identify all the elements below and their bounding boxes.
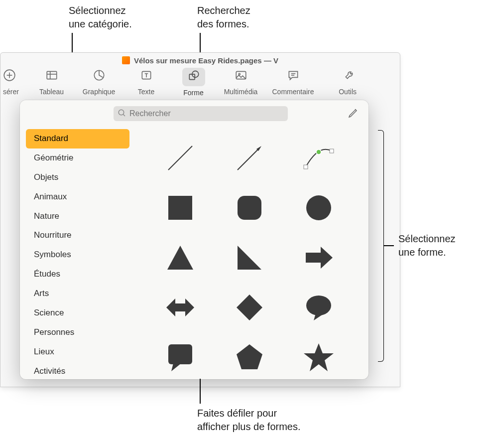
svg-rect-3 <box>47 71 57 79</box>
toolbar-text[interactable]: Texte <box>122 69 170 96</box>
sidebar-item-label: Standard <box>34 134 68 143</box>
toolbar-shape[interactable]: Forme <box>170 68 217 97</box>
toolbar-tools[interactable]: Outils <box>322 69 357 96</box>
sidebar-item-label: Arts <box>34 289 49 298</box>
sidebar-item-label: Lieux <box>34 347 54 356</box>
shape-diamond[interactable] <box>215 283 284 332</box>
shape-arrow-leftright[interactable] <box>145 283 215 332</box>
comment-icon <box>287 69 300 85</box>
callout-select-shape: Sélectionnez une forme. <box>398 232 456 259</box>
sidebar-item-animals[interactable]: Animaux <box>26 187 129 207</box>
sidebar-item-activities[interactable]: Activités <box>26 362 129 379</box>
shape-callout-square[interactable] <box>145 332 215 379</box>
sidebar-item-label: Géométrie <box>34 153 73 162</box>
toolbar-label: sérer <box>3 88 19 96</box>
shape-right-triangle[interactable] <box>215 233 284 283</box>
wrench-icon <box>344 69 357 85</box>
shape-circle[interactable] <box>284 183 354 233</box>
shapes-popover: Standard Géométrie Objets Animaux Nature… <box>20 100 368 379</box>
chart-icon <box>93 69 106 85</box>
svg-rect-22 <box>168 196 192 220</box>
sidebar-item-label: Nourriture <box>34 230 72 240</box>
search-icon <box>118 109 126 120</box>
titlebar: Vélos sur mesure Easy Rides.pages — V <box>0 53 400 65</box>
callout-scroll-more: Faites défiler pour afficher plus de for… <box>197 407 301 434</box>
toolbar-label: Tableau <box>39 88 64 96</box>
media-icon <box>235 69 247 85</box>
toolbar-label: Outils <box>339 88 357 96</box>
svg-marker-35 <box>304 343 334 371</box>
shape-star[interactable] <box>284 332 354 379</box>
shape-line[interactable] <box>145 133 215 183</box>
sidebar-item-label: Activités <box>34 366 65 376</box>
shape-pentagon[interactable] <box>215 332 284 379</box>
svg-marker-29 <box>237 295 262 320</box>
sidebar-item-studies[interactable]: Études <box>26 265 129 284</box>
sidebar-item-geometry[interactable]: Géométrie <box>26 149 129 168</box>
shape-curve[interactable] <box>284 133 354 183</box>
search-wrap <box>114 106 288 121</box>
svg-rect-20 <box>330 149 334 153</box>
svg-point-21 <box>316 149 321 154</box>
sidebar-item-people[interactable]: Personnes <box>26 323 129 342</box>
svg-marker-34 <box>237 344 262 369</box>
sidebar-item-label: Symboles <box>34 250 71 259</box>
sidebar-item-label: Science <box>34 308 64 317</box>
sidebar-item-science[interactable]: Science <box>26 303 129 323</box>
svg-marker-25 <box>167 246 193 270</box>
popover-body: Standard Géométrie Objets Animaux Nature… <box>20 127 368 379</box>
category-sidebar[interactable]: Standard Géométrie Objets Animaux Nature… <box>20 127 135 379</box>
toolbar-insert[interactable]: sérer <box>3 69 28 96</box>
search-input[interactable] <box>114 106 288 121</box>
shape-speech-bubble[interactable] <box>284 283 354 332</box>
svg-line-16 <box>168 146 192 170</box>
shapes-grid <box>135 127 368 379</box>
sidebar-item-symbols[interactable]: Symboles <box>26 245 129 265</box>
toolbar: sérer Tableau Graphique Texte Forme Mult… <box>0 65 400 100</box>
toolbar-label: Forme <box>183 89 203 97</box>
sidebar-item-arts[interactable]: Arts <box>26 284 129 303</box>
toolbar-label: Multimédia <box>224 88 258 96</box>
shape-rounded-square[interactable] <box>215 183 284 233</box>
toolbar-table[interactable]: Tableau <box>28 69 75 96</box>
text-icon <box>140 69 153 85</box>
sidebar-item-standard[interactable]: Standard <box>26 129 129 149</box>
bracket-right <box>378 130 384 362</box>
toolbar-media[interactable]: Multimédia <box>217 69 264 96</box>
callout-search-shapes: Recherchez des formes. <box>197 4 250 31</box>
document-icon <box>122 56 130 64</box>
plus-circle-icon <box>3 69 16 85</box>
shape-arrow-line[interactable] <box>215 133 284 183</box>
shape-square[interactable] <box>145 183 215 233</box>
sidebar-item-label: Nature <box>34 211 59 221</box>
svg-line-17 <box>238 148 259 170</box>
svg-rect-19 <box>304 165 308 169</box>
pen-tool-icon[interactable] <box>348 107 360 121</box>
toolbar-label: Texte <box>138 88 154 96</box>
document-title: Vélos sur mesure Easy Rides.pages — V <box>134 56 278 65</box>
toolbar-chart[interactable]: Graphique <box>75 69 122 96</box>
sidebar-item-places[interactable]: Lieux <box>26 342 129 362</box>
shape-triangle[interactable] <box>145 233 215 283</box>
sidebar-item-label: Personnes <box>34 327 74 337</box>
sidebar-item-label: Études <box>34 269 60 279</box>
shape-icon <box>187 70 200 85</box>
svg-marker-33 <box>171 363 181 371</box>
sidebar-item-nature[interactable]: Nature <box>26 207 129 226</box>
toolbar-comment[interactable]: Commentaire <box>264 69 322 96</box>
callout-select-category: Sélectionnez une catégorie. <box>69 4 132 31</box>
toolbar-label: Commentaire <box>272 88 314 96</box>
toolbar-label: Graphique <box>83 88 115 96</box>
svg-point-30 <box>306 296 331 315</box>
sidebar-item-label: Animaux <box>34 192 67 201</box>
svg-point-24 <box>306 195 331 220</box>
svg-point-14 <box>119 110 124 115</box>
popover-header <box>20 100 368 127</box>
callout-line <box>384 245 394 246</box>
sidebar-item-label: Objets <box>34 172 58 182</box>
svg-rect-32 <box>168 344 192 364</box>
svg-line-15 <box>123 114 125 116</box>
sidebar-item-objects[interactable]: Objets <box>26 168 129 187</box>
shape-arrow-right[interactable] <box>284 233 354 283</box>
sidebar-item-food[interactable]: Nourriture <box>26 226 129 245</box>
